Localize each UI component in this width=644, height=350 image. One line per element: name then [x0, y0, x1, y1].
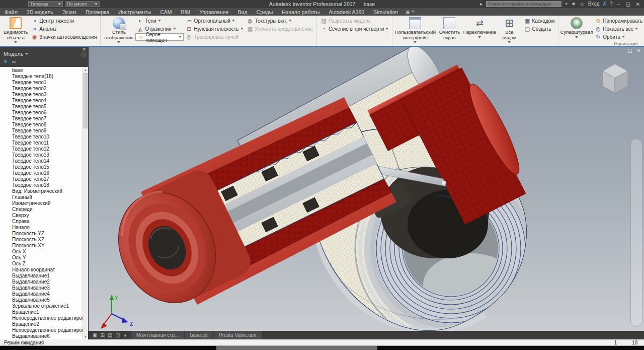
- doc-restore-icon[interactable]: ◱: [627, 48, 632, 53]
- split-vertical-icon[interactable]: ◫: [115, 332, 120, 338]
- pan-button[interactable]: Панорамировать: [593, 17, 644, 25]
- appearance-combo[interactable]: По умолч: [65, 1, 100, 7]
- tree-item[interactable]: Выдавливание1: [0, 272, 83, 278]
- sign-in-link[interactable]: Вход: [588, 1, 600, 8]
- ribbon-tab[interactable]: Simulation: [369, 8, 403, 16]
- tree-item[interactable]: Изометрический: [0, 200, 83, 206]
- collapse-tabs-icon[interactable]: ▲: [123, 333, 127, 337]
- chevron-down-icon[interactable]: [412, 11, 415, 14]
- ribbon-tab[interactable]: 3D-модель: [22, 8, 58, 16]
- tree-item[interactable]: Твердое тело7: [0, 115, 83, 121]
- tree-item[interactable]: Твердое тело13: [0, 152, 83, 158]
- minimize-button[interactable]: –: [616, 2, 621, 7]
- three-quarter-section-button[interactable]: Сечение в три четверти: [319, 25, 390, 33]
- tree-item[interactable]: Твердое тело11: [0, 139, 83, 146]
- close-button[interactable]: ✕: [635, 2, 641, 7]
- document-tab[interactable]: Моя главная стр... ✕: [131, 331, 184, 339]
- scroll-up-icon[interactable]: ▴: [83, 67, 88, 73]
- tree-item[interactable]: Твердое тело2: [0, 85, 83, 91]
- tree-item[interactable]: Выдавливание3: [0, 285, 83, 291]
- scrollbar-thumb[interactable]: [84, 73, 88, 128]
- ribbon-tab[interactable]: Autodesk A360: [324, 8, 369, 16]
- tree-item[interactable]: Сверху: [0, 212, 83, 218]
- tree-item[interactable]: Твердые тела(18): [0, 73, 83, 79]
- textures-button[interactable]: Текстуры вкл.: [246, 17, 314, 25]
- restore-button[interactable]: ◱: [624, 2, 631, 7]
- ribbon-tab[interactable]: Начало работы: [277, 8, 324, 16]
- orthographic-button[interactable]: Ортогональный: [184, 17, 245, 25]
- pin-icon[interactable]: ⌖: [565, 1, 568, 8]
- tree-item[interactable]: Вид: Изометрический: [0, 188, 83, 194]
- tree-item[interactable]: Плоскость YZ: [0, 230, 83, 236]
- ground-plane-button[interactable]: Нулевая плоскость: [184, 25, 245, 33]
- tree-item[interactable]: Спереди: [0, 206, 83, 212]
- doc-minimize-icon[interactable]: –: [620, 48, 623, 53]
- switch-windows-button[interactable]: Переключение: [463, 17, 496, 40]
- shadows-button[interactable]: Тени: [135, 17, 184, 25]
- slice-graphics-button[interactable]: Разрезать модель: [319, 17, 390, 25]
- tree-item[interactable]: Твердое тело9: [0, 127, 83, 133]
- clean-screen-button[interactable]: Очистить экран: [436, 17, 462, 40]
- tab-overflow-icon[interactable]: ▣: [406, 10, 410, 15]
- tree-item[interactable]: Твердое тело1: [0, 79, 83, 85]
- center-of-gravity-button[interactable]: Центр тяжести: [30, 17, 98, 25]
- x-logo-icon[interactable]: X: [603, 1, 606, 8]
- refine-view-button[interactable]: Уточнить представление: [246, 25, 314, 33]
- user-icon[interactable]: ☺: [580, 1, 585, 8]
- tree-item[interactable]: Твердое тело6: [0, 109, 83, 115]
- find-icon[interactable]: ∞: [12, 59, 15, 64]
- tile-windows-icon[interactable]: ⊞: [100, 332, 104, 338]
- tree-item[interactable]: Справа: [0, 218, 83, 224]
- ribbon-tab[interactable]: САМ: [155, 8, 176, 16]
- lighting-style-combo[interactable]: Серое помещен: [135, 33, 184, 41]
- ribbon-tab[interactable]: Среды: [252, 8, 278, 16]
- ribbon-tab[interactable]: Управление: [195, 8, 233, 16]
- tree-item[interactable]: Вращение2: [0, 321, 83, 327]
- split-horizontal-icon[interactable]: ▤: [108, 332, 112, 338]
- search-go-icon[interactable]: ▸: [480, 1, 482, 8]
- tree-item[interactable]: Твердое тело12: [0, 146, 83, 152]
- ribbon-tab[interactable]: Проверка: [81, 8, 114, 16]
- tile-all-button[interactable]: Все рядом: [497, 17, 522, 45]
- analysis-button[interactable]: Анализ: [30, 25, 98, 33]
- cascade-windows-icon[interactable]: ▣: [93, 332, 97, 338]
- material-combo[interactable]: Типовые: [28, 1, 63, 7]
- tree-item[interactable]: Непосредственное редактирование1: [0, 315, 83, 321]
- orbit-button[interactable]: Орбита: [593, 33, 644, 41]
- favorites-icon[interactable]: ★: [572, 1, 576, 8]
- help-icon[interactable]: ?: [610, 1, 613, 8]
- ribbon-tab[interactable]: BIM: [177, 8, 195, 16]
- ribbon-tab[interactable]: Эскиз: [58, 8, 81, 16]
- panel-close-icon[interactable]: ✕: [82, 47, 86, 52]
- ribbon-tab[interactable]: Файл: [0, 8, 22, 16]
- tree-item[interactable]: Ось Z: [0, 260, 83, 266]
- tree-item[interactable]: Твердое тело5: [0, 103, 83, 109]
- tree-item[interactable]: Выдавливание6: [0, 333, 83, 339]
- tree-item[interactable]: Выдавливание2: [0, 278, 83, 285]
- model-3d-view[interactable]: Y X Z: [89, 47, 644, 331]
- tree-item[interactable]: Непосредственное редактирование2: [0, 327, 83, 333]
- ribbon-tab[interactable]: Вид: [233, 8, 252, 16]
- tree-item[interactable]: Начало: [0, 224, 83, 230]
- filter-icon[interactable]: ▼: [3, 59, 8, 64]
- tree-item[interactable]: Главный: [0, 194, 83, 200]
- ray-tracing-button[interactable]: Трассировка лучей: [184, 33, 245, 41]
- panel-help-icon[interactable]: ?: [81, 52, 86, 57]
- imate-glyphs-button[interactable]: Значки автосовмещения: [30, 33, 98, 41]
- tree-item[interactable]: Твердое тело15: [0, 164, 83, 170]
- tree-item[interactable]: Твердое тело8: [0, 121, 83, 127]
- ribbon-tab[interactable]: Инструменты: [114, 8, 155, 16]
- scroll-down-icon[interactable]: ▾: [83, 334, 88, 339]
- tree-item[interactable]: Выдавливание4: [0, 291, 83, 297]
- tree-item[interactable]: Твердое тело14: [0, 158, 83, 164]
- tree-item[interactable]: Твердое тело4: [0, 97, 83, 103]
- tree-item[interactable]: Твердое тело18: [0, 182, 83, 188]
- browser-title[interactable]: Модель: [4, 51, 28, 57]
- tree-item[interactable]: Плоскость XY: [0, 242, 83, 248]
- browser-scrollbar[interactable]: ▴ ▾: [83, 67, 88, 339]
- tree-item[interactable]: Твердое тело16: [0, 170, 83, 176]
- tree-item[interactable]: Плоскость XZ: [0, 236, 83, 242]
- tree-item[interactable]: Твердое тело17: [0, 176, 83, 182]
- tree-item[interactable]: Ось X: [0, 248, 83, 254]
- tree-item[interactable]: base: [0, 67, 83, 73]
